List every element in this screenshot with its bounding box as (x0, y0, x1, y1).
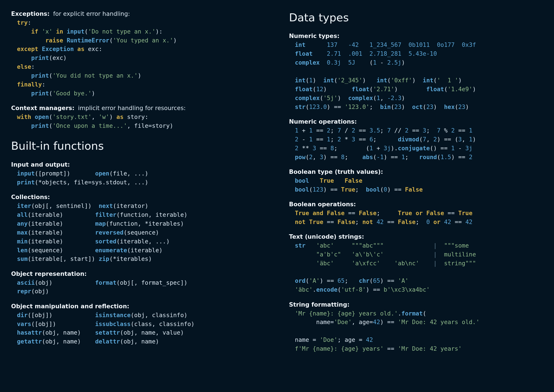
label-reflect: Object manipulation and reflection: (11, 303, 129, 309)
label-numeric-types: Numeric types: (289, 33, 339, 39)
label-fmt: String formatting: (289, 301, 350, 308)
label-text: Text (unicode) strings: (289, 233, 364, 240)
label-collections: Collections: (11, 194, 50, 200)
section-numeric-types: Numeric types: int 137 -42 1_234_567 0b1… (289, 32, 542, 111)
section-context: Context managers: implicit error handlin… (11, 104, 264, 130)
code-exceptions: try: if 'x' in input('Do not type an x.'… (17, 18, 264, 98)
code-reflect: dir([obj]) isinstance(obj, classinfo) va… (17, 311, 264, 346)
code-context: with open('story.txt', 'w') as story: pr… (17, 113, 264, 130)
label-context: Context managers: (11, 105, 75, 111)
heading-builtins: Built-in functions (11, 138, 264, 154)
section-repr: Object representation: ascii(obj) format… (11, 269, 264, 296)
code-io: input([prompt]) open(file, ...) print(*o… (17, 169, 264, 187)
section-exceptions: Exceptions: for explicit error handling:… (11, 9, 264, 98)
section-io: Input and output: input([prompt]) open(f… (11, 160, 264, 187)
cheatsheet-page: Exceptions: for explicit error handling:… (11, 9, 554, 392)
section-bool: Boolean type (truth values): bool True F… (289, 167, 542, 194)
section-fmt: String formatting: 'Mr {name}: {age} yea… (289, 300, 542, 353)
code-repr: ascii(obj) format(obj[, format_spec]) re… (17, 278, 264, 296)
section-numeric-ops: Numeric operations: 1 + 1 == 2; 7 / 2 ==… (289, 117, 542, 162)
label-io: Input and output: (11, 161, 70, 168)
code-fmt: 'Mr {name}: {age} years old.'.format( na… (295, 309, 542, 353)
code-bool: bool True False bool(123) == True; bool(… (295, 176, 542, 194)
section-text: Text (unicode) strings: str 'abc' """abc… (289, 232, 542, 294)
desc-context: implicit error handling for resources: (78, 105, 186, 111)
label-boolops: Boolean operations: (289, 201, 356, 207)
section-boolops: Boolean operations: True and False == Fa… (289, 200, 542, 226)
code-boolops: True and False == False; True or False =… (295, 209, 542, 226)
label-numeric-ops: Numeric operations: (289, 118, 357, 125)
label-bool: Boolean type (truth values): (289, 168, 383, 175)
heading-datatypes: Data types (289, 9, 542, 26)
section-reflect: Object manipulation and reflection: dir(… (11, 302, 264, 346)
code-numeric-types: int 137 -42 1_234_567 0b1011 0o177 0x3f … (295, 40, 542, 111)
desc-exceptions: for explicit error handling: (53, 10, 130, 17)
column-1: Exceptions: for explicit error handling:… (11, 9, 264, 392)
code-numeric-ops: 1 + 1 == 2; 7 / 2 == 3.5; 7 // 2 == 3; 7… (295, 126, 542, 162)
label-repr: Object representation: (11, 270, 87, 277)
column-2: Data types Numeric types: int 137 -42 1_… (289, 9, 542, 392)
code-text: str 'abc' """abc""" | """some "a'b'c" 'a… (295, 241, 542, 294)
section-collections: Collections: iter(obj[, sentinel]) next(… (11, 193, 264, 263)
code-collections: iter(obj[, sentinel]) next(iterator) all… (17, 202, 264, 263)
label-exceptions: Exceptions: (11, 10, 50, 17)
